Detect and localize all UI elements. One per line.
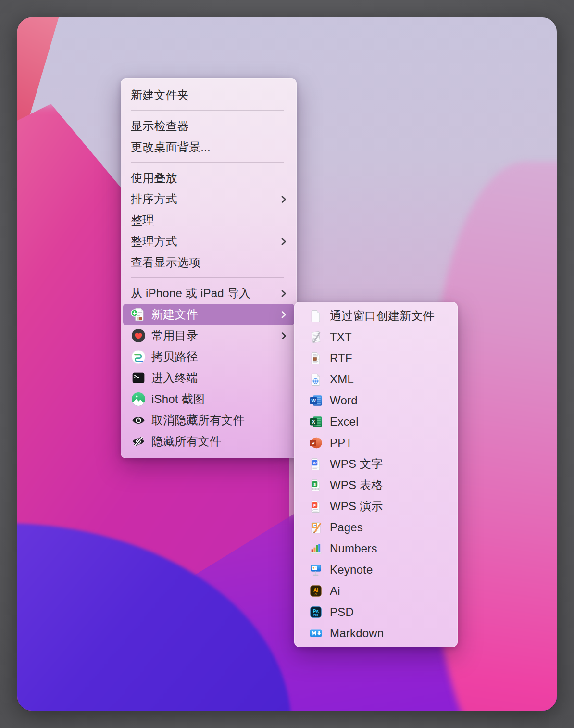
menu-item-show-inspector[interactable]: 显示检查器 (123, 115, 294, 137)
eye-icon (131, 413, 146, 428)
submenu-item-txt[interactable]: TXT (297, 326, 455, 348)
submenu-item-keynote[interactable]: Keynote (297, 559, 455, 580)
photoshop-icon: Ps PSD (309, 605, 323, 619)
wps-presentation-icon: P (309, 500, 323, 513)
submenu-item-label: Numbers (330, 542, 377, 555)
screenshot-frame: 新建文件夹 显示检查器 更改桌面背景... 使用叠放 排序方式 整理 整理方式 … (0, 0, 574, 728)
submenu-item-ai[interactable]: Ai AI Ai (297, 580, 455, 602)
submenu-item-markdown[interactable]: Markdown (297, 623, 455, 644)
submenu-item-create-via-window[interactable]: 通过窗口创建新文件 (297, 305, 455, 326)
menu-divider (131, 277, 284, 278)
svg-text:X: X (312, 419, 315, 425)
menu-item-label: 显示检查器 (131, 118, 189, 134)
submenu-item-label: RTF (330, 351, 352, 365)
submenu-item-label: PSD (330, 605, 354, 619)
submenu-item-wps-presentation[interactable]: P WPS 演示 (297, 496, 455, 517)
desktop-context-menu: 新建文件夹 显示检查器 更改桌面背景... 使用叠放 排序方式 整理 整理方式 … (121, 78, 297, 458)
submenu-item-label: Word (330, 394, 358, 407)
menu-item-label: 排序方式 (131, 191, 177, 207)
powerpoint-icon: P (309, 436, 323, 450)
menu-item-sort-by[interactable]: 排序方式 (123, 188, 294, 210)
submenu-item-label: PPT (330, 436, 352, 450)
menu-item-open-terminal[interactable]: 进入终端 (123, 367, 294, 389)
submenu-item-label: Pages (330, 521, 363, 534)
menu-item-ishot-screenshot[interactable]: iShot 截图 (123, 389, 294, 410)
svg-text:Ps: Ps (313, 609, 319, 614)
menu-item-label: 拷贝路径 (151, 349, 198, 364)
submenu-item-label: WPS 文字 (330, 456, 383, 472)
submenu-item-label: XML (330, 373, 354, 386)
svg-text:W: W (313, 461, 317, 465)
rtf-file-icon (309, 351, 323, 365)
submenu-item-numbers[interactable]: Numbers (297, 538, 455, 559)
menu-item-label: 使用叠放 (131, 170, 177, 186)
menu-item-clean-up-by[interactable]: 整理方式 (123, 231, 294, 252)
menu-item-label: 隐藏所有文件 (151, 434, 221, 449)
submenu-item-word[interactable]: W Word (297, 390, 455, 411)
chevron-right-icon (281, 289, 287, 298)
numbers-icon (309, 542, 323, 555)
terminal-icon (131, 370, 146, 386)
copy-path-icon (131, 349, 146, 364)
submenu-item-ppt[interactable]: P PPT (297, 432, 455, 453)
menu-item-common-directories[interactable]: 常用目录 (123, 325, 294, 346)
submenu-item-label: TXT (330, 330, 352, 344)
excel-icon: X (309, 415, 323, 428)
svg-text:S: S (313, 482, 316, 487)
submenu-item-psd[interactable]: Ps PSD PSD (297, 602, 455, 623)
menu-item-clean-up[interactable]: 整理 (123, 210, 294, 231)
menu-divider (131, 162, 284, 163)
wps-writer-icon: W (309, 457, 323, 471)
submenu-item-wps-spreadsheet[interactable]: S WPS 表格 (297, 475, 455, 496)
new-file-submenu: 通过窗口创建新文件 TXT (294, 302, 458, 647)
menu-item-label: 新建文件夹 (131, 88, 189, 103)
menu-item-unhide-all-files[interactable]: 取消隐藏所有文件 (123, 410, 294, 431)
pages-icon (309, 521, 323, 534)
menu-item-label: 整理方式 (131, 234, 177, 249)
chevron-right-icon (281, 311, 287, 319)
menu-item-use-stacks[interactable]: 使用叠放 (123, 167, 294, 188)
heart-icon (131, 328, 146, 343)
menu-item-copy-path[interactable]: 拷贝路径 (123, 346, 294, 367)
menu-item-label: 更改桌面背景... (131, 139, 211, 155)
submenu-item-pages[interactable]: Pages (297, 517, 455, 538)
submenu-item-label: Keynote (330, 563, 373, 577)
illustrator-icon: Ai AI (309, 584, 323, 598)
wps-spreadsheet-icon: S (309, 478, 323, 492)
menu-item-show-view-options[interactable]: 查看显示选项 (123, 252, 294, 273)
submenu-item-label: Excel (330, 415, 359, 428)
menu-item-label: 从 iPhone 或 iPad 导入 (131, 286, 250, 301)
chevron-right-icon (281, 238, 287, 246)
menu-item-label: 常用目录 (151, 328, 198, 343)
menu-item-label: 取消隐藏所有文件 (151, 413, 245, 428)
keynote-icon (309, 563, 323, 577)
submenu-item-label: Markdown (330, 627, 384, 640)
menu-item-label: 整理 (131, 213, 154, 228)
submenu-item-label: 通过窗口创建新文件 (330, 308, 435, 324)
txt-file-icon (309, 330, 323, 344)
menu-item-hide-all-files[interactable]: 隐藏所有文件 (123, 431, 294, 452)
menu-divider (131, 110, 284, 111)
submenu-item-rtf[interactable]: RTF (297, 348, 455, 369)
svg-text:PSD: PSD (313, 614, 318, 616)
menu-item-change-desktop-background[interactable]: 更改桌面背景... (123, 137, 294, 158)
menu-item-label: 查看显示选项 (131, 255, 200, 270)
document-plus-icon (131, 307, 146, 322)
ishot-icon (131, 391, 146, 407)
submenu-item-wps-writer[interactable]: W WPS 文字 (297, 453, 455, 475)
menu-item-label: 新建文件 (151, 307, 198, 322)
svg-text:P: P (312, 440, 315, 446)
menu-item-label: 进入终端 (151, 370, 198, 386)
menu-item-new-folder[interactable]: 新建文件夹 (123, 85, 294, 106)
eye-slash-icon (131, 434, 146, 449)
submenu-item-xml[interactable]: XML (297, 369, 455, 390)
submenu-item-label: Ai (330, 584, 340, 598)
word-icon: W (309, 394, 323, 407)
menu-item-import-from-iphone[interactable]: 从 iPhone 或 iPad 导入 (123, 283, 294, 304)
submenu-item-excel[interactable]: X Excel (297, 411, 455, 432)
chevron-right-icon (281, 195, 287, 203)
chevron-right-icon (281, 332, 287, 340)
submenu-item-label: WPS 表格 (330, 477, 383, 493)
menu-item-new-file[interactable]: 新建文件 (123, 304, 294, 325)
xml-file-icon (309, 373, 323, 386)
